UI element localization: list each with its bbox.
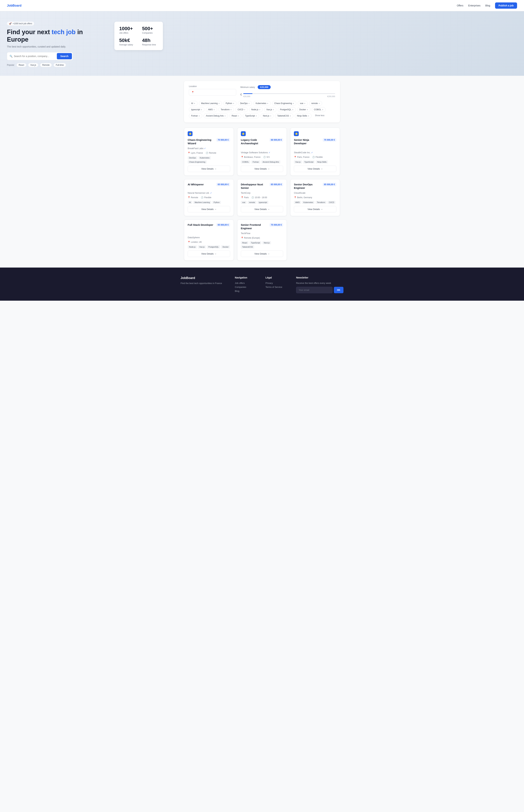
filter-tag-vuejs[interactable]: Vue.js+ bbox=[264, 107, 276, 112]
footer-link-offers[interactable]: Job offers bbox=[235, 282, 259, 284]
filter-tag-tailwind[interactable]: TailwindCSS+ bbox=[275, 113, 293, 118]
filter-tag-ts[interactable]: typescript+ bbox=[189, 107, 204, 112]
job-tags: vueremotetypescript bbox=[241, 201, 283, 204]
hero-subtitle: The best tech opportunities, curated and… bbox=[7, 45, 104, 48]
filter-tag-vue[interactable]: vue+ bbox=[298, 101, 308, 106]
job-tags: ReactTypeScriptNext.jsTailwindCSS bbox=[241, 241, 283, 249]
newsletter-ok-button[interactable]: OK bbox=[334, 287, 344, 293]
footer-link-privacy[interactable]: Privacy bbox=[265, 282, 289, 284]
job-company: Vintage Software Solutions ✓ bbox=[241, 151, 283, 154]
job-tag: Vue.js bbox=[294, 160, 302, 163]
filter-tag-ancient[interactable]: Ancient Debug Arts+ bbox=[203, 113, 228, 118]
job-title: Senior Ninja Developer bbox=[294, 138, 322, 145]
nav-link-enterprises[interactable]: Enterprises bbox=[468, 4, 480, 7]
filter-tag-ninja[interactable]: Ninja Skills+ bbox=[295, 113, 312, 118]
filter-tag-devops[interactable]: DevOps+ bbox=[238, 101, 252, 106]
filters-row: Location 📍 Minimum salary €20,000 € bbox=[189, 85, 335, 97]
filter-tag-react[interactable]: React+ bbox=[229, 113, 242, 118]
view-details-button[interactable]: View Details → bbox=[188, 206, 230, 212]
clock-icon: 🕐 bbox=[251, 196, 254, 199]
job-title: Chaos Engineering Wizard bbox=[188, 138, 216, 145]
job-location: 📍 Remote bbox=[188, 196, 198, 199]
popular-tag-vuejs[interactable]: Vue.js bbox=[28, 63, 38, 67]
view-details-button[interactable]: View Details → bbox=[188, 251, 230, 257]
filter-tag-typescript[interactable]: TypeScript+ bbox=[243, 113, 259, 118]
job-salary: 75 000,00 € bbox=[269, 223, 283, 227]
publish-job-button[interactable]: Publish a job bbox=[495, 2, 517, 9]
job-tag: Node.js bbox=[188, 245, 197, 249]
job-meta: 📍 London, UK bbox=[188, 241, 230, 243]
hero-title: Find your next tech job in Europe bbox=[7, 28, 104, 43]
search-box: 🔍 Search bbox=[7, 52, 73, 60]
job-schedule: 🕐 Remote bbox=[206, 152, 216, 154]
job-tag: Ninja Skills bbox=[316, 160, 328, 163]
job-tag: AI bbox=[188, 201, 192, 204]
newsletter-email-input[interactable] bbox=[296, 287, 332, 293]
job-title-salary: Senior DevOps Engineer 85 000,00 € bbox=[294, 183, 336, 190]
filter-tag-nodejs[interactable]: Node.js+ bbox=[249, 107, 263, 112]
job-title: Senior Frontend Engineer bbox=[241, 223, 269, 230]
filter-tag-nextjs[interactable]: Next.js+ bbox=[261, 113, 274, 118]
nav-link-blog[interactable]: Blog bbox=[485, 4, 490, 7]
clock-icon: 🕐 bbox=[206, 152, 208, 154]
popular-tag-fulltime[interactable]: Full-time bbox=[53, 63, 66, 67]
newsletter-form: OK bbox=[296, 287, 343, 293]
filter-tag-remote[interactable]: remote+ bbox=[309, 101, 322, 106]
filter-tag-ml[interactable]: Machine Learning+ bbox=[199, 101, 222, 106]
view-details-button[interactable]: View Details → bbox=[294, 165, 336, 172]
jobs-grid: ⭐ Chaos Engineering Wizard 70 000,00 € B… bbox=[184, 128, 340, 260]
job-tag: remote bbox=[248, 201, 256, 204]
view-details-button[interactable]: View Details → bbox=[241, 206, 283, 212]
popular-tag-remote[interactable]: Remote bbox=[40, 63, 52, 67]
navbar: JobBoard Offers Enterprises Blog Publish… bbox=[0, 0, 524, 11]
filter-tag-aws[interactable]: AWS+ bbox=[206, 107, 217, 112]
footer: JobBoard Find the best tech opportunitie… bbox=[0, 268, 524, 301]
job-tags: Node.jsVue.jsPostgreSQLDocker bbox=[188, 245, 230, 249]
job-tag: TypeScript bbox=[249, 241, 261, 244]
view-details-button[interactable]: View Details → bbox=[241, 251, 283, 257]
job-salary: 65 000,00 € bbox=[216, 183, 230, 186]
job-schedule: 🕐 9-5 bbox=[263, 156, 269, 158]
view-details-button[interactable]: View Details → bbox=[241, 165, 283, 172]
job-title: AI Whisperer bbox=[188, 183, 204, 186]
star-icon: ⭐ bbox=[188, 131, 193, 136]
popular-tag-react[interactable]: React bbox=[16, 63, 26, 67]
stat-companies-label: Companies bbox=[142, 32, 158, 34]
filter-tag-docker[interactable]: Docker+ bbox=[297, 107, 310, 112]
filter-tag-k8s[interactable]: Kubernetes+ bbox=[253, 101, 271, 106]
job-company: StealthCode Inc. ✓ bbox=[294, 151, 336, 154]
footer-link-blog[interactable]: Blog bbox=[235, 290, 259, 292]
footer-link-tos[interactable]: Terms of Service bbox=[265, 286, 289, 288]
job-company: TechFlow bbox=[241, 232, 283, 235]
clock-icon: 🕐 bbox=[312, 156, 315, 158]
job-tag: Terraform bbox=[315, 201, 326, 204]
job-card-5: Senior DevOps Engineer 85 000,00 € Cloud… bbox=[290, 179, 340, 216]
show-less-button[interactable]: Show less bbox=[313, 113, 327, 118]
filter-tag-cicd[interactable]: CI/CD+ bbox=[235, 107, 248, 112]
job-tag: COBOL bbox=[241, 160, 250, 163]
job-company: CloudScale bbox=[294, 192, 336, 194]
view-details-button[interactable]: View Details → bbox=[294, 206, 336, 212]
job-meta: 📍 Remote 🕐 Flexible bbox=[188, 196, 230, 199]
search-input[interactable] bbox=[14, 55, 55, 58]
search-button[interactable]: Search bbox=[57, 53, 72, 59]
stat-job-offers: 1000+ Job offers bbox=[119, 26, 135, 34]
filter-tag-chaos[interactable]: Chaos Engineering+ bbox=[272, 101, 296, 106]
filter-tag-postgres[interactable]: PostgreSQL+ bbox=[278, 107, 296, 112]
filter-tag-cobol[interactable]: COBOL+ bbox=[312, 107, 326, 112]
job-card-4: Développeur Nuxt Senior 65 000,00 € Tech… bbox=[237, 179, 287, 216]
nav-link-offers[interactable]: Offers bbox=[457, 4, 463, 7]
filter-tag-terraform[interactable]: Terraform+ bbox=[218, 107, 234, 112]
filter-tag-python[interactable]: Python+ bbox=[223, 101, 236, 106]
job-title: Développeur Nuxt Senior bbox=[241, 183, 269, 190]
job-title-salary: AI Whisperer 65 000,00 € bbox=[188, 183, 230, 190]
salary-range-track[interactable] bbox=[243, 93, 335, 94]
filter-tag-fortran[interactable]: Fortran+ bbox=[189, 113, 202, 118]
footer-legal-title: Légal bbox=[265, 276, 289, 279]
view-details-button[interactable]: View Details → bbox=[188, 165, 230, 172]
filter-tag-ai[interactable]: AI+ bbox=[189, 101, 198, 106]
footer-link-companies[interactable]: Companies bbox=[235, 286, 259, 288]
job-title-salary: Chaos Engineering Wizard 70 000,00 € bbox=[188, 138, 230, 145]
navbar-logo[interactable]: JobBoard bbox=[7, 4, 21, 7]
location-input[interactable] bbox=[195, 91, 233, 94]
